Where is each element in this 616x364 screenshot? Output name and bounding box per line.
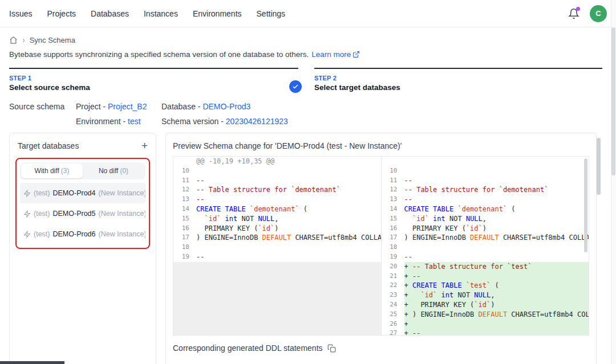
line-number: 16 <box>173 224 196 234</box>
external-link-icon <box>352 51 360 58</box>
source-schema-col-2: Database - DEMO-Prod3 Schema version - 2… <box>161 102 288 126</box>
target-env: (test) <box>34 230 50 238</box>
home-icon[interactable] <box>9 36 18 44</box>
learn-more-link[interactable]: Learn more <box>311 50 360 59</box>
line-number: 27 <box>382 329 404 335</box>
diff-line <box>382 157 589 166</box>
database-field: Database - DEMO-Prod3 <box>161 102 288 111</box>
nav-item-instances[interactable]: Instances <box>144 9 178 18</box>
nav-item-projects[interactable]: Projects <box>47 9 76 18</box>
code-content: ) ENGINE=InnoDB DEFAULT CHARSET=utf8mb4 … <box>196 233 381 243</box>
code-content: + -- Table structure for `test` <box>404 262 589 272</box>
schema-version-link[interactable]: 20230426121923 <box>226 117 288 126</box>
tab-no-diff[interactable]: No diff(0) <box>83 163 144 178</box>
panel-vertical-scrollbar[interactable] <box>597 138 601 195</box>
breadcrumb-page: Sync Schema <box>30 36 75 44</box>
target-databases-header: Target databases + <box>15 139 150 152</box>
code-content: + CREATE TABLE `test` ( <box>404 281 589 291</box>
diff-line: 16 PRIMARY KEY (`id`) <box>173 224 381 234</box>
nav-item-databases[interactable]: Databases <box>91 9 129 18</box>
code-content: ) ENGINE=InnoDB DEFAULT CHARSET=utf8mb4 … <box>404 233 589 243</box>
line-number: 12 <box>382 185 404 195</box>
schema-version-key: Schema version - <box>161 117 224 126</box>
notifications-button[interactable] <box>568 8 579 19</box>
line-number: 11 <box>173 176 196 186</box>
diff-line: 10 <box>382 166 589 176</box>
nav-item-issues[interactable]: Issues <box>9 9 32 18</box>
line-number: 19 <box>382 252 404 262</box>
chevron-right-icon: › <box>22 35 25 44</box>
diff-line-added: 27+ -- <box>382 329 589 335</box>
code-content: -- <box>404 252 589 262</box>
code-content: `id` int NOT NULL, <box>196 214 381 224</box>
source-schema-label: Source schema <box>9 102 76 126</box>
diff-line: 15 `id` int NOT NULL, <box>382 214 589 224</box>
code-content: PRIMARY KEY (`id`) <box>196 224 381 234</box>
avatar[interactable]: C <box>590 5 607 22</box>
code-content: -- <box>196 176 381 186</box>
target-suffix: (New Instance) <box>99 210 145 218</box>
page-horizontal-scrollbar[interactable] <box>0 361 64 364</box>
code-content: @@ -10,19 +10,35 @@ <box>196 157 381 166</box>
ddl-statements-label: Corresponding generated DDL statements <box>173 343 323 353</box>
top-nav: IssuesProjectsDatabasesInstancesEnvironm… <box>0 0 616 27</box>
diff-collapsed-region <box>173 262 381 335</box>
line-number: 18 <box>382 243 404 252</box>
diff-line: 11-- <box>173 176 381 186</box>
diff-pane-original: @@ -10,19 +10,35 @@1011--12-- Table stru… <box>173 157 381 335</box>
diff-line: 16 PRIMARY KEY (`id`) <box>382 224 589 234</box>
nav-item-settings[interactable]: Settings <box>257 9 286 18</box>
target-database-item[interactable]: (test)DEMO-Prod4(New Instance) <box>20 183 145 203</box>
schema-preview-panel: Preview Schema change for 'DEMO-Prod4 (t… <box>165 133 597 364</box>
nav-item-environments[interactable]: Environments <box>193 9 242 18</box>
main-content: Target databases + With diff(3)No diff(0… <box>9 133 597 364</box>
tab-label: No diff <box>99 167 118 175</box>
learn-more-label: Learn more <box>311 50 351 59</box>
code-content: + PRIMARY KEY (`id`) <box>404 300 589 310</box>
project-link[interactable]: Project_B2 <box>108 102 147 111</box>
code-content: -- <box>196 195 381 205</box>
target-database-item[interactable]: (test)DEMO-Prod5(New Instance) <box>20 203 145 224</box>
breadcrumb: › Sync Schema <box>0 27 616 44</box>
main-nav: IssuesProjectsDatabasesInstancesEnvironm… <box>9 9 285 18</box>
code-content <box>404 243 589 252</box>
copy-icon[interactable] <box>327 344 336 353</box>
annotation-highlight-box: With diff(3)No diff(0) (test)DEMO-Prod4(… <box>15 158 150 249</box>
line-number: 17 <box>173 233 196 243</box>
instance-icon <box>23 210 31 218</box>
code-content: -- Table structure for `demotenant` <box>404 185 589 195</box>
editor-vertical-scrollbar[interactable] <box>584 158 587 252</box>
notification-dot <box>576 7 580 11</box>
line-number: 24 <box>382 300 404 310</box>
target-database-item[interactable]: (test)DEMO-Prod6(New Instance) <box>20 224 145 244</box>
line-number: 23 <box>382 291 404 300</box>
environment-field: Environment - test <box>76 117 161 126</box>
diff-line: 15 `id` int NOT NULL, <box>173 214 381 224</box>
line-number: 26 <box>382 320 404 329</box>
code-content <box>196 166 381 176</box>
diff-line: 12-- Table structure for `demotenant` <box>173 185 381 195</box>
diff-hunk-header: @@ -10,19 +10,35 @@ <box>173 157 381 166</box>
diff-line: 14CREATE TABLE `demotenant` ( <box>173 205 381 214</box>
line-number <box>382 157 404 166</box>
step-1-label: STEP 1 <box>9 75 298 81</box>
diff-editor[interactable]: @@ -10,19 +10,35 @@1011--12-- Table stru… <box>173 156 589 336</box>
step-2-title: Select target databases <box>314 83 602 92</box>
code-content: PRIMARY KEY (`id`) <box>404 224 589 234</box>
environment-key: Environment - <box>76 117 125 126</box>
code-content: -- <box>196 252 381 262</box>
tab-count: (3) <box>61 167 70 175</box>
database-key: Database - <box>161 102 200 111</box>
page-vertical-scrollbar[interactable] <box>611 27 615 175</box>
database-link[interactable]: DEMO-Prod3 <box>202 102 250 111</box>
code-content: + <box>404 320 589 329</box>
add-target-database-button[interactable]: + <box>141 140 148 151</box>
code-content: CREATE TABLE `demotenant` ( <box>196 205 381 214</box>
line-number <box>173 157 196 166</box>
diff-filter-tabs: With diff(3)No diff(0) <box>20 162 145 179</box>
diff-line: 10 <box>173 166 381 176</box>
diff-line: 19-- <box>382 252 589 262</box>
diff-line: 11-- <box>382 176 589 186</box>
environment-link[interactable]: test <box>128 117 141 126</box>
tab-with-diff[interactable]: With diff(3) <box>21 163 83 178</box>
